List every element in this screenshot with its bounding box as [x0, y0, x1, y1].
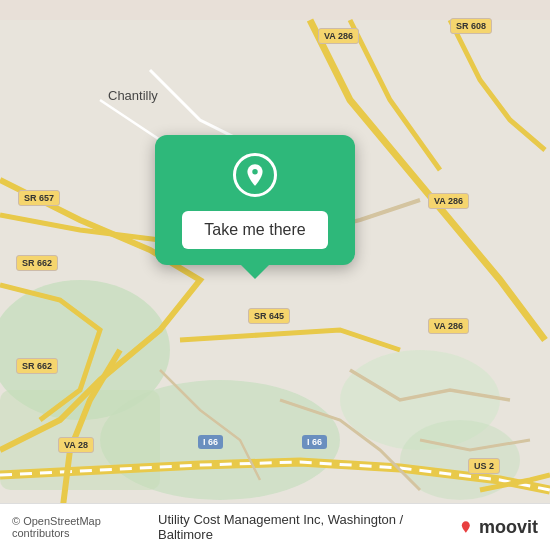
badge-sr645: SR 645 — [248, 308, 290, 324]
badge-va28: VA 28 — [58, 437, 94, 453]
moovit-logo-text: moovit — [479, 517, 538, 538]
badge-sr662-top: SR 662 — [16, 255, 58, 271]
title-area: Utility Cost Management Inc, Washington … — [158, 512, 538, 542]
location-pin-icon — [242, 162, 268, 188]
bottom-bar: © OpenStreetMap contributors Utility Cos… — [0, 503, 550, 550]
svg-rect-6 — [0, 20, 550, 530]
popup-card: Take me there — [155, 135, 355, 265]
badge-sr657: SR 657 — [18, 190, 60, 206]
badge-sr608: SR 608 — [450, 18, 492, 34]
moovit-pin-icon — [459, 520, 473, 534]
badge-i66-left: I 66 — [198, 435, 223, 449]
badge-va286-top: VA 286 — [318, 28, 359, 44]
svg-point-7 — [252, 169, 257, 174]
copyright-text: © OpenStreetMap contributors — [12, 515, 158, 539]
take-me-there-button[interactable]: Take me there — [182, 211, 327, 249]
location-icon-circle — [233, 153, 277, 197]
badge-us2: US 2 — [468, 458, 500, 474]
location-title: Utility Cost Management Inc, Washington … — [158, 512, 453, 542]
badge-i66-right: I 66 — [302, 435, 327, 449]
badge-va286-mid: VA 286 — [428, 193, 469, 209]
badge-sr662-bot: SR 662 — [16, 358, 58, 374]
map-container: Chantilly VA 286 SR 608 SR 657 VA 286 SR… — [0, 0, 550, 550]
badge-va286-low: VA 286 — [428, 318, 469, 334]
